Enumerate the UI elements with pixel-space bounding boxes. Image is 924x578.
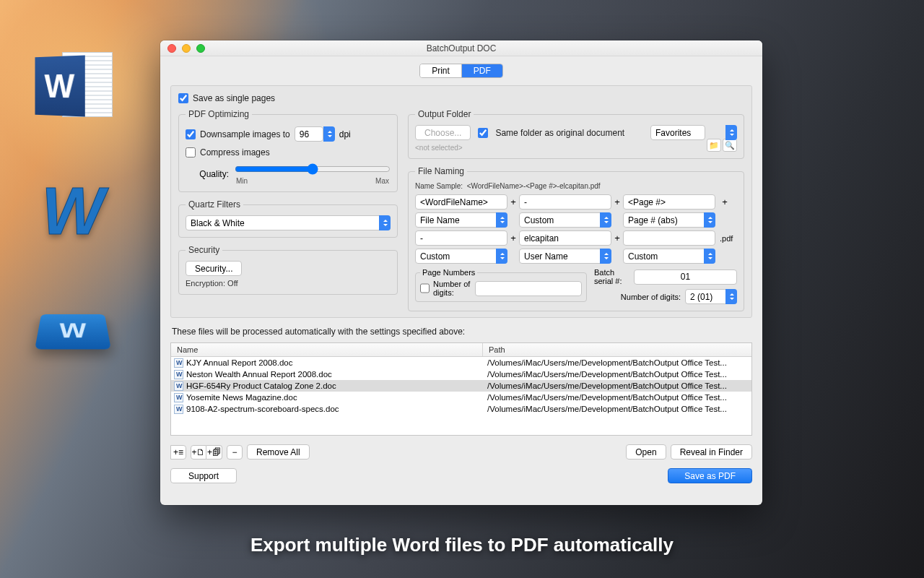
word-icon: W xyxy=(33,301,113,359)
support-button[interactable]: Support xyxy=(170,468,237,483)
tab-print[interactable]: Print xyxy=(420,64,461,77)
files-note: These files will be processed automatica… xyxy=(172,327,751,337)
val-2-select[interactable]: User Name xyxy=(519,249,611,264)
column-path[interactable]: Path xyxy=(483,343,511,356)
sep-1-select[interactable]: Custom xyxy=(519,212,611,228)
doc-icon xyxy=(174,370,183,379)
titlebar: BatchOutput DOC xyxy=(160,40,762,56)
val-3-select[interactable]: Custom xyxy=(623,249,715,264)
table-row[interactable]: Neston Wealth Annual Report 2008.doc/Vol… xyxy=(171,368,751,380)
security-group: Security Security... Encryption: Off xyxy=(178,245,398,295)
downsample-dpi-select[interactable]: 96 xyxy=(295,126,323,142)
reveal-folder-icon[interactable] xyxy=(723,139,737,152)
file-naming-group: File Naming Name Sample: <WordFileName>-… xyxy=(408,166,744,311)
doc-icon xyxy=(174,405,183,414)
reveal-in-finder-button[interactable]: Reveal in Finder xyxy=(671,444,752,460)
page-digits-stepper[interactable] xyxy=(475,281,582,296)
save-single-pages-label: Save as single pages xyxy=(193,93,275,103)
sep-2-select[interactable]: Custom xyxy=(415,249,507,264)
decorative-word-icons: W W W xyxy=(33,52,113,359)
num-digits-select[interactable]: 2 (01) xyxy=(685,289,737,304)
quality-slider[interactable] xyxy=(235,163,391,175)
token-1-input[interactable] xyxy=(415,194,507,210)
compress-checkbox[interactable] xyxy=(186,147,196,158)
word-icon: W xyxy=(33,52,113,121)
remove-all-button[interactable]: Remove All xyxy=(247,444,310,460)
output-folder-path: <not selected> xyxy=(415,144,737,152)
add-item-button[interactable]: +🗋 xyxy=(191,445,206,460)
add-remove-group: +≡ xyxy=(170,445,186,460)
doc-icon xyxy=(174,358,183,368)
add-file-button[interactable]: +≡ xyxy=(170,445,186,460)
add-favorite-icon[interactable] xyxy=(707,139,721,152)
quartz-filters-group: Quartz Filters Black & White xyxy=(178,199,398,238)
mode-segmented-control[interactable]: Print PDF xyxy=(419,64,503,78)
window-title: BatchOutput DOC xyxy=(160,43,762,53)
same-folder-checkbox[interactable] xyxy=(478,128,488,138)
digits-checkbox[interactable] xyxy=(420,283,430,293)
token-2-select[interactable]: Page # (abs) xyxy=(623,212,715,228)
word-icon: W xyxy=(33,178,113,243)
duplicate-button[interactable]: +🗐 xyxy=(206,445,222,460)
doc-icon xyxy=(174,393,183,402)
batch-serial-input[interactable] xyxy=(634,269,737,285)
table-row[interactable]: KJY Annual Report 2008.doc/Volumes/iMac/… xyxy=(171,357,751,368)
output-folder-group: Output Folder Choose... Same folder as o… xyxy=(408,109,744,159)
name-sample-value: <WordFileName>-<Page #>-elcapitan.pdf xyxy=(467,182,601,190)
sep-1-input[interactable] xyxy=(519,194,611,210)
token-1-select[interactable]: File Name xyxy=(415,212,507,228)
table-row[interactable]: Yosemite News Magazine.doc/Volumes/iMac/… xyxy=(171,392,751,403)
token-2-input[interactable] xyxy=(623,194,715,210)
save-as-pdf-button[interactable]: Save as PDF xyxy=(668,468,752,483)
choose-folder-button[interactable]: Choose... xyxy=(415,125,471,140)
doc-icon xyxy=(174,381,183,391)
quartz-filter-select[interactable]: Black & White xyxy=(186,215,391,230)
table-row[interactable]: 9108-A2-spectrum-scoreboard-specs.doc/Vo… xyxy=(171,403,751,415)
favorites-select[interactable]: Favorites xyxy=(650,125,705,140)
column-name[interactable]: Name xyxy=(171,343,483,356)
remove-selected-button[interactable]: − xyxy=(227,445,243,460)
app-window: BatchOutput DOC Print PDF Save as single… xyxy=(160,40,762,505)
table-row[interactable]: HGF-654Ry Product Catalog Zone 2.doc/Vol… xyxy=(171,380,751,392)
files-table[interactable]: Name Path KJY Annual Report 2008.doc/Vol… xyxy=(170,342,752,436)
val-2-input[interactable] xyxy=(519,230,611,246)
sep-2-input[interactable] xyxy=(415,230,507,246)
security-button[interactable]: Security... xyxy=(186,261,242,276)
page-numbers-group: Page Numbers Number of digits: xyxy=(415,268,587,302)
val-3-input[interactable] xyxy=(623,230,715,246)
tab-pdf[interactable]: PDF xyxy=(461,64,502,77)
screenshot-caption: Export multiple Word files to PDF automa… xyxy=(0,534,924,556)
pdf-optimizing-group: PDF Optimizing Downsample images to 96 d… xyxy=(178,109,398,192)
save-single-pages-checkbox[interactable] xyxy=(178,93,188,103)
downsample-checkbox[interactable] xyxy=(186,129,196,139)
encryption-status: Encryption: Off xyxy=(186,279,391,288)
open-button[interactable]: Open xyxy=(626,444,666,460)
